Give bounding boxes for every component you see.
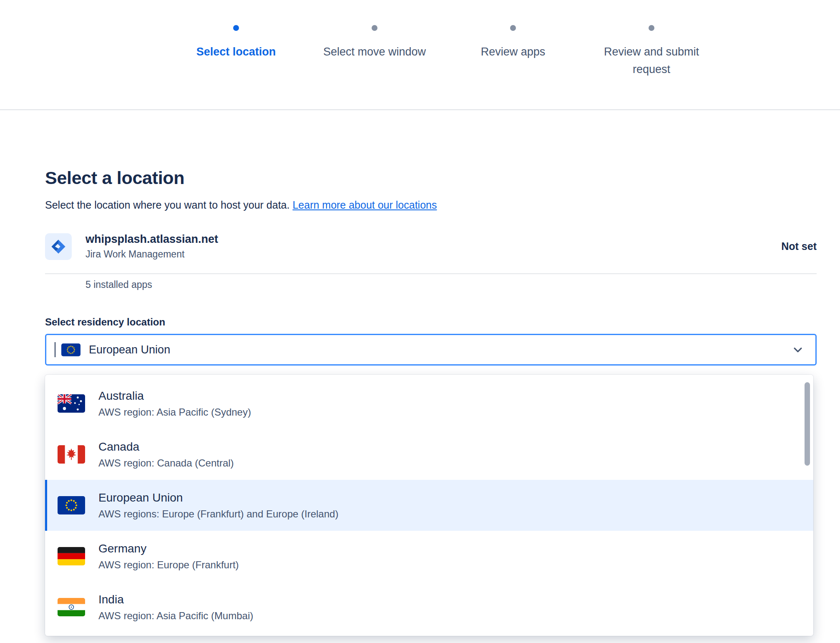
- option-title: Germany: [98, 542, 239, 555]
- step-label: Review apps: [481, 43, 546, 61]
- step-review-and-submit: Review and submit request: [582, 25, 721, 78]
- option-region: AWS regions: Europe (Frankfurt) and Euro…: [98, 508, 338, 520]
- option-title: European Union: [98, 491, 338, 504]
- option-text: India AWS region: Asia Pacific (Mumbai): [98, 593, 253, 622]
- option-text: Canada AWS region: Canada (Central): [98, 440, 234, 469]
- option-australia[interactable]: Australia AWS region: Asia Pacific (Sydn…: [45, 378, 813, 429]
- step-select-move-window: Select move window: [305, 25, 444, 61]
- progress-stepper: Select location Select move window Revie…: [0, 0, 840, 110]
- learn-more-link[interactable]: Learn more about our locations: [292, 199, 437, 211]
- main-content: Select a location Select the location wh…: [0, 168, 840, 636]
- page-title: Select a location: [45, 168, 817, 188]
- step-dot: [649, 25, 654, 31]
- canada-flag-icon: [58, 445, 85, 464]
- dropdown-scrollbar[interactable]: [805, 382, 810, 466]
- step-label: Select move window: [323, 43, 426, 61]
- text-cursor: [55, 342, 55, 357]
- step-dot-active: [233, 25, 239, 31]
- site-domain: whipsplash.atlassian.net: [86, 233, 218, 246]
- site-card: whipsplash.atlassian.net Jira Work Manag…: [45, 233, 817, 260]
- step-select-location: Select location: [167, 25, 305, 61]
- residency-location-dropdown: Australia AWS region: Asia Pacific (Sydn…: [45, 375, 813, 636]
- option-text: European Union AWS regions: Europe (Fran…: [98, 491, 338, 520]
- jira-product-icon: [45, 233, 72, 260]
- site-divider: [45, 273, 817, 274]
- residency-location-select[interactable]: European Union: [45, 334, 817, 366]
- select-value: European Union: [89, 343, 170, 356]
- option-text: Australia AWS region: Asia Pacific (Sydn…: [98, 389, 251, 418]
- option-region: AWS region: Europe (Frankfurt): [98, 559, 239, 571]
- site-status-badge: Not set: [781, 240, 817, 252]
- option-germany[interactable]: Germany AWS region: Europe (Frankfurt): [45, 531, 813, 582]
- option-european-union[interactable]: European Union AWS regions: Europe (Fran…: [45, 480, 813, 531]
- site-product: Jira Work Management: [86, 249, 218, 260]
- step-dot: [372, 25, 377, 31]
- subtitle-text: Select the location where you want to ho…: [45, 199, 292, 211]
- step-label: Select location: [196, 43, 276, 61]
- eu-flag-icon: [61, 343, 80, 356]
- step-review-apps: Review apps: [444, 25, 582, 61]
- residency-location-label: Select residency location: [45, 316, 817, 328]
- australia-flag-icon: [58, 394, 85, 413]
- option-india[interactable]: India AWS region: Asia Pacific (Mumbai): [45, 582, 813, 633]
- page-subtitle: Select the location where you want to ho…: [45, 199, 817, 211]
- option-title: India: [98, 593, 253, 606]
- option-canada[interactable]: Canada AWS region: Canada (Central): [45, 429, 813, 480]
- eu-flag-icon: [58, 496, 85, 514]
- step-dot: [510, 25, 516, 31]
- option-region: AWS region: Asia Pacific (Sydney): [98, 406, 251, 418]
- option-text: Germany AWS region: Europe (Frankfurt): [98, 542, 239, 571]
- site-info: whipsplash.atlassian.net Jira Work Manag…: [86, 233, 218, 260]
- germany-flag-icon: [58, 547, 85, 565]
- india-flag-icon: [58, 598, 85, 616]
- option-title: Canada: [98, 440, 234, 454]
- chevron-down-icon: [791, 343, 805, 356]
- option-title: Australia: [98, 389, 251, 403]
- step-label: Review and submit request: [598, 43, 705, 78]
- option-region: AWS region: Asia Pacific (Mumbai): [98, 610, 253, 622]
- installed-apps-count: 5 installed apps: [45, 279, 817, 290]
- option-region: AWS region: Canada (Central): [98, 457, 234, 469]
